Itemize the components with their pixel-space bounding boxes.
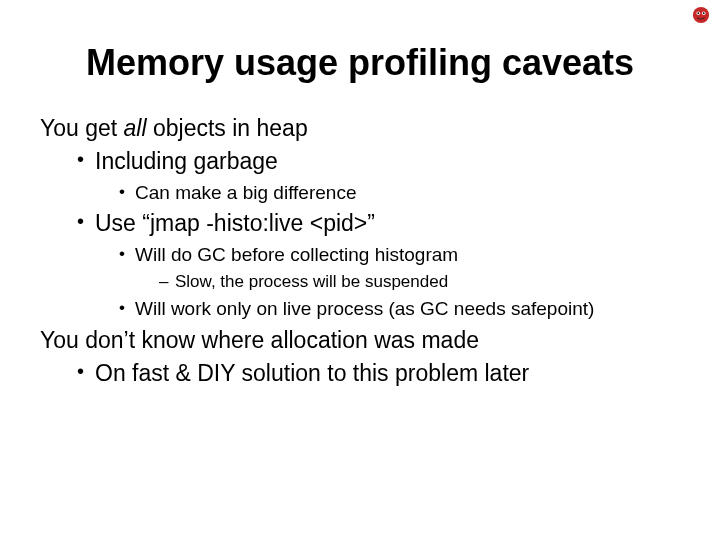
bullet-l2: Can make a big difference [135, 179, 680, 208]
corner-logo-icon [692, 6, 710, 24]
text: Slow, the process will be suspended [175, 272, 448, 291]
slide-body: You get all objects in heap Including ga… [40, 112, 680, 391]
text: Will do GC before collecting histogram [135, 244, 458, 265]
svg-point-0 [693, 7, 709, 23]
svg-point-4 [703, 12, 705, 14]
text: On fast & DIY solution to this problem l… [95, 360, 529, 386]
bullet-l1: Use “jmap -histo:live <pid>” [95, 207, 680, 240]
text: You get [40, 115, 124, 141]
bullet-l1: On fast & DIY solution to this problem l… [95, 357, 680, 390]
bullet-l2: Will work only on live process (as GC ne… [135, 295, 680, 324]
text-italic: all [124, 115, 147, 141]
bullet-l2: Will do GC before collecting histogram [135, 241, 680, 270]
slide-title: Memory usage profiling caveats [40, 42, 680, 84]
text: objects in heap [147, 115, 308, 141]
bullet-l1: Including garbage [95, 145, 680, 178]
bullet-l0: You don’t know where allocation was made [40, 324, 680, 357]
text: Can make a big difference [135, 182, 356, 203]
text: Will work only on live process (as GC ne… [135, 298, 594, 319]
text: Use “jmap -histo:live <pid>” [95, 210, 375, 236]
text: You don’t know where allocation was made [40, 327, 479, 353]
text: Including garbage [95, 148, 278, 174]
bullet-l3: Slow, the process will be suspended [175, 269, 680, 295]
svg-point-3 [697, 12, 699, 14]
slide-container: Memory usage profiling caveats You get a… [0, 0, 720, 431]
bullet-l0: You get all objects in heap [40, 112, 680, 145]
